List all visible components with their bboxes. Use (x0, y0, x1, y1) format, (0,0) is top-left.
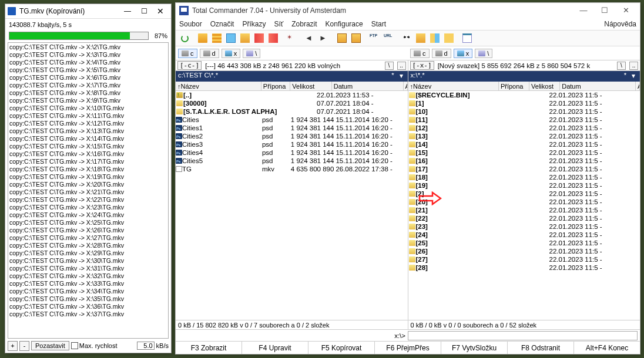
view-tree-button[interactable] (239, 32, 251, 45)
column-header[interactable]: ↑Název (408, 82, 499, 90)
left-drive-combo[interactable]: [-c-] (177, 61, 202, 70)
file-row[interactable]: Cities1psd1 924 381 14415.11.2014 16:20 … (176, 124, 408, 132)
file-row[interactable]: [12]22.01.2023 11:5 - (408, 124, 640, 132)
right-root-button[interactable]: \ (617, 62, 626, 70)
drive-net-button[interactable]: \ (475, 49, 492, 58)
menu-help[interactable]: Nápověda (604, 20, 636, 28)
right-path-bar[interactable]: x:\*.* * ▾ (408, 71, 640, 82)
drive-tab-x[interactable]: x (222, 49, 241, 58)
left-path-fav[interactable]: * (389, 72, 397, 81)
maximize-button[interactable]: ☐ (136, 5, 152, 17)
file-row[interactable]: Cities4psd1 924 381 14415.11.2014 16:20 … (176, 148, 408, 157)
file-row[interactable]: Cities5psd1 924 381 14415.11.2014 16:20 … (176, 157, 408, 165)
file-row[interactable]: [..]22.01.2023 11:53 - (176, 91, 408, 99)
file-row[interactable]: [13]22.01.2023 11:5 - (408, 132, 640, 140)
file-row[interactable]: [15]22.01.2023 11:5 - (408, 148, 640, 157)
column-header[interactable]: Velikost (529, 82, 560, 90)
sync-button[interactable] (428, 32, 441, 45)
url-button[interactable]: URL (382, 32, 395, 45)
view-full-button[interactable] (210, 32, 223, 45)
file-row[interactable]: Cities2psd1 924 381 14415.11.2014 16:20 … (176, 132, 408, 140)
file-row[interactable]: [20]22.01.2023 11:5 - (408, 198, 640, 206)
file-row[interactable]: [22]22.01.2023 11:5 - (408, 214, 640, 222)
sort-name-button[interactable] (253, 32, 266, 45)
left-root-button[interactable]: \ (385, 62, 394, 70)
file-row[interactable]: [18]22.01.2023 11:5 - (408, 173, 640, 181)
left-path-bar[interactable]: c:\TEST C\*.* * ▾ (176, 71, 408, 82)
file-row[interactable]: [14]22.01.2023 11:5 - (408, 140, 640, 148)
menu-item[interactable]: Síť (274, 20, 283, 28)
right-up-button[interactable]: .. (629, 62, 638, 70)
file-row[interactable]: [25]22.01.2023 11:5 - (408, 239, 640, 247)
fn-button[interactable]: F8 Odstranit (508, 342, 574, 354)
back-button[interactable] (303, 32, 316, 45)
menu-item[interactable]: Zobrazit (291, 20, 317, 28)
unpack-button[interactable] (350, 32, 363, 45)
file-row[interactable]: [27]22.01.2023 11:5 - (408, 255, 640, 264)
pack-button[interactable] (336, 32, 348, 45)
fn-button[interactable]: F5 Kopírovat (308, 342, 375, 354)
pause-button[interactable]: Pozastavit (31, 341, 69, 350)
view-brief-button[interactable] (196, 32, 209, 45)
copy-log[interactable]: copy:C:\TEST C\TG.mkv -> X:\2\TG.mkvcopy… (8, 42, 169, 339)
drive-tab-c[interactable]: c (178, 49, 197, 58)
menu-item[interactable]: Konfigurace (326, 20, 363, 28)
view-thumbs-button[interactable] (224, 32, 237, 45)
forward-button[interactable] (317, 32, 330, 45)
right-drive-combo[interactable]: [-x-] (410, 61, 434, 70)
tc-maximize-button[interactable]: ☐ (594, 4, 615, 17)
right-path-fav[interactable]: * (621, 72, 629, 81)
file-row[interactable]: [17]22.01.2023 11:5 - (408, 165, 640, 173)
maxspeed-checkbox[interactable]: Max. rychlost (71, 342, 118, 349)
drive-net-button[interactable]: \ (243, 49, 260, 58)
ftp-button[interactable]: FTP (368, 32, 381, 45)
file-row[interactable]: [16]22.01.2023 11:5 - (408, 157, 640, 165)
right-file-list[interactable]: [$RECYCLE.BIN]22.01.2023 11:5 -[1]22.01.… (408, 91, 640, 320)
tc-minimize-button[interactable]: — (573, 4, 594, 17)
drive-tab-c[interactable]: c (410, 49, 430, 58)
remove-button[interactable]: - (19, 341, 29, 351)
fn-button[interactable]: Alt+F4 Konec (574, 342, 640, 354)
invert-button[interactable]: ✶ (285, 32, 298, 45)
file-row[interactable]: TGmkv4 635 800 89026.08.2022 17:38 - (176, 165, 408, 173)
compare-button[interactable] (442, 32, 455, 45)
file-row[interactable]: Cities3psd1 924 381 14415.11.2014 16:20 … (176, 140, 408, 148)
file-row[interactable]: [2]22.01.2023 11:5 - (408, 190, 640, 198)
column-header-attr[interactable]: A (636, 82, 640, 90)
file-row[interactable]: [23]22.01.2023 11:5 - (408, 222, 640, 231)
multirename-button[interactable] (414, 32, 427, 45)
minimize-button[interactable]: — (119, 5, 136, 17)
left-path-hist[interactable]: ▾ (397, 72, 405, 81)
column-header[interactable]: Přípona (261, 82, 291, 90)
file-row[interactable]: [1]22.01.2023 11:5 - (408, 99, 640, 107)
fn-button[interactable]: F3 Zobrazit (176, 342, 242, 354)
refresh-button[interactable] (178, 32, 191, 45)
notepad-button[interactable] (461, 32, 474, 45)
file-row[interactable]: [S.T.A.L.K.E.R. LOST ALPHA]07.07.2021 18… (176, 107, 408, 116)
tc-close-button[interactable]: ✕ (615, 4, 636, 17)
file-row[interactable]: Citiespsd1 924 381 14415.11.2014 16:20 - (176, 116, 408, 124)
command-input[interactable] (408, 331, 638, 340)
file-row[interactable]: [11]22.01.2023 11:5 - (408, 116, 640, 124)
file-row[interactable]: [21]22.01.2023 11:5 - (408, 206, 640, 214)
menu-item[interactable]: Označit (210, 20, 234, 28)
file-row[interactable]: [10]22.01.2023 11:5 - (408, 107, 640, 116)
column-header[interactable]: ↑Název (176, 82, 261, 90)
tc-titlebar[interactable]: Total Commander 7.04 - University of Ams… (176, 3, 640, 18)
search-button[interactable] (400, 32, 413, 45)
drive-tab-d[interactable]: d (200, 49, 219, 58)
speed-input[interactable] (137, 342, 155, 350)
column-header-attr[interactable]: A (404, 82, 408, 90)
file-row[interactable]: [24]22.01.2023 11:5 - (408, 231, 640, 239)
menu-item[interactable]: Start (371, 20, 386, 28)
column-header[interactable]: Datum (560, 82, 636, 90)
file-row[interactable]: [$RECYCLE.BIN]22.01.2023 11:5 - (408, 91, 640, 99)
right-path-hist[interactable]: ▾ (629, 72, 638, 81)
fn-button[interactable]: F4 Upravit (242, 342, 308, 354)
copy-dialog-titlebar[interactable]: TG.mkv (Kopírování) — ☐ ✕ (5, 4, 171, 19)
column-header[interactable]: Přípona (499, 82, 529, 90)
menu-item[interactable]: Soubor (179, 20, 202, 28)
fn-button[interactable]: F6 PřejmPřes (375, 342, 441, 354)
left-file-list[interactable]: [..]22.01.2023 11:53 -[30000]07.07.2021 … (176, 91, 408, 320)
left-up-button[interactable]: .. (397, 62, 406, 70)
